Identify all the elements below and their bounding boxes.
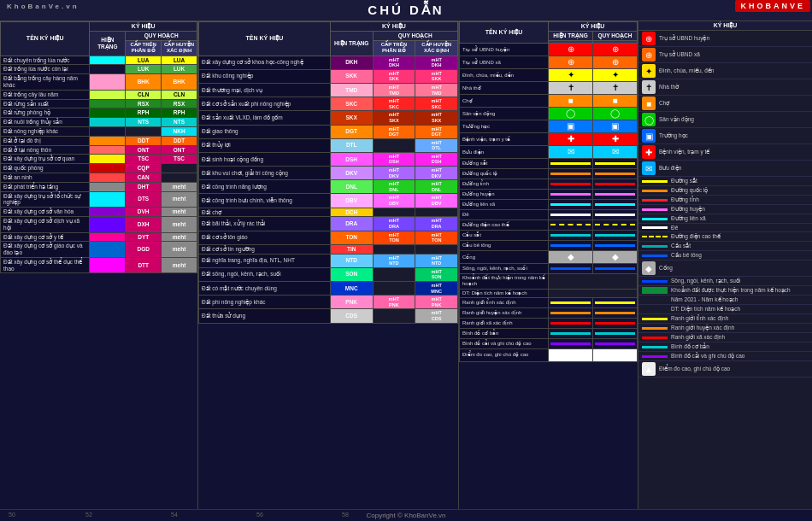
left-ch-cell: TSC xyxy=(162,155,197,164)
left-cp-cell: NTS xyxy=(126,118,162,127)
right-ht-sym: ◯ xyxy=(549,108,593,120)
mid-kyh-header: KÝ HIỆU xyxy=(330,22,457,32)
left-name-cell: Đất rừng sản xuất xyxy=(1,99,90,108)
left-name-cell: Đất ở tại nông thôn xyxy=(1,145,90,155)
mid-name-cell: Đất cơ sở sản xuất phi nông nghiệp xyxy=(199,97,331,111)
left-kyh-header: KÝ HIỆU xyxy=(90,22,197,32)
far-right-item: ▲ Điểm đo cao, ghi chú độ cao xyxy=(638,361,812,378)
left-header-row: TÊN KÝ HIỆU KÝ HIỆU xyxy=(1,22,197,32)
coord-54: 54 xyxy=(171,512,178,518)
mid-ch-cell: mHTSKK xyxy=(415,69,458,83)
far-right-item: ✉ Bưu điện xyxy=(638,161,812,177)
copyright-text: Copyright © KhoBanVe.vn xyxy=(366,512,445,519)
left-ch-cell: meht xyxy=(162,182,197,191)
left-name-cell: Đất an ninh xyxy=(1,173,90,182)
line-sample xyxy=(642,199,668,202)
left-table-row: Đất quốc phòng CQP xyxy=(1,164,197,173)
right-qh-line xyxy=(593,159,638,169)
far-right-label: Đường sắt xyxy=(671,178,809,184)
right-name-cell: Nhà thờ xyxy=(460,82,549,95)
mid-table-row: Đất sông, ngòi, kênh, rạch, suối SON mHT… xyxy=(199,267,458,281)
right-note-cell xyxy=(549,289,638,297)
right-table-row: DT: Diện tích năm kế hoạch xyxy=(460,289,638,297)
mid-table-row: Đất cơ sở sản xuất phi nông nghiệp SKC m… xyxy=(199,97,458,111)
line-sample xyxy=(642,190,668,192)
line-sample xyxy=(642,236,668,238)
mid-cp-cell: mHTSKC xyxy=(373,97,415,111)
far-right-item: Khoảnh đất được thực hiện trong năm kế h… xyxy=(638,286,812,296)
mid-name-cell: Đất sinh hoạt cộng đồng xyxy=(199,152,331,166)
right-qh-line xyxy=(593,241,638,251)
far-right-item: Ranh giới tỉnh xác định xyxy=(638,314,812,324)
mid-ht-cell: DNL xyxy=(330,180,373,194)
quy-hoach-header: QUY HOẠCH xyxy=(126,32,197,41)
line-sample xyxy=(642,280,668,283)
mid-table-row: Đất cơ sở tín ngưỡng TIN xyxy=(199,244,458,254)
mid-table-row: Đất công trình bưu chính, viễn thông DBV… xyxy=(199,194,458,208)
left-table-row: Đất rừng phòng hộ RPH RPH xyxy=(1,108,197,118)
right-name-cell: Cống xyxy=(460,251,549,264)
right-name-cell: Bình đồ cơ bản xyxy=(460,328,549,338)
right-name-cell: Ranh giới xã xác định xyxy=(460,318,549,328)
left-ht-cell xyxy=(90,90,126,99)
left-ht-cell xyxy=(90,232,126,242)
right-ht-line xyxy=(549,159,593,169)
right-name-cell: Đường liên xã xyxy=(460,200,549,210)
mid-cp-cell: mHTTMD xyxy=(373,83,415,97)
right-section: TÊN KÝ HIỆU KÝ HIỆU HIỆN TRẠNG QUY HOẠCH… xyxy=(459,21,638,509)
left-table-row: Đất phát triển hạ tầng DHT meht xyxy=(1,182,197,191)
left-section: TÊN KÝ HIỆU KÝ HIỆU HIỆN TRẠNG QUY HOẠCH… xyxy=(0,21,198,509)
right-ht-line xyxy=(549,328,593,338)
far-right-item: ▣ Trường học xyxy=(638,128,812,144)
logo-badge: KHOBANVE xyxy=(735,0,810,12)
right-name-cell: Bệnh viện, trạm y tế xyxy=(460,133,549,146)
left-ch-cell: meht xyxy=(162,257,197,273)
far-right-label: Sân vận động xyxy=(659,116,809,123)
far-right-item: Bình đồ cơ bản xyxy=(638,342,812,352)
mid-table-row: Đất khu vui chơi, giải trí công cộng DKV… xyxy=(199,167,458,180)
right-qh-line xyxy=(593,190,638,200)
right-qh-line xyxy=(593,220,638,231)
mid-name-cell: Đất sản xuất VLXD, làm đồ gốm xyxy=(199,111,331,125)
left-cp-empty xyxy=(126,126,162,136)
far-right-label: Trụ sở UBND xã xyxy=(659,51,809,58)
left-table-row: Đất xây dựng cơ sở văn hóa DVH meht xyxy=(1,208,197,217)
far-right-label: DT: Diện tích năm kế hoạch xyxy=(671,306,809,313)
mid-ht-cell: SKK xyxy=(330,69,373,83)
far-right-item: Đường tỉnh xyxy=(638,196,812,205)
mid-ch-cell: mHTMNC xyxy=(415,281,458,295)
left-ht-cell xyxy=(90,242,126,258)
right-qh-sym: ⊕ xyxy=(593,56,638,69)
left-ch-cell: DDT xyxy=(162,136,197,145)
mid-name-cell: Đất có mặt nước chuyên dùng xyxy=(199,281,331,295)
right-name-cell: Chợ xyxy=(460,95,549,108)
right-qh-line xyxy=(593,307,638,318)
right-table-row: Đường tỉnh xyxy=(460,179,638,190)
mid-cp-cell: mHTDSH xyxy=(373,152,415,166)
line-sample xyxy=(642,180,668,183)
far-right-label: Cống xyxy=(659,265,809,272)
left-ch-cell: CLN xyxy=(162,90,197,99)
left-ch-cell: meht xyxy=(162,216,197,232)
right-name-cell: Đường huyện xyxy=(460,190,549,200)
far-right-item: Ranh giới xã xác định xyxy=(638,333,812,342)
mid-cp-cell: mHTTON xyxy=(373,231,415,244)
right-name-cell: Đường điện cao thế xyxy=(460,220,549,231)
left-ten-header: TÊN KÝ HIỆU xyxy=(1,22,90,56)
right-qh-sym: ✝ xyxy=(593,82,638,95)
left-ht-cell xyxy=(90,216,126,232)
mid-cp-cell: mHTDNL xyxy=(373,180,415,194)
mid-cp-empty xyxy=(373,138,415,152)
right-table-row: Nhà thờ ✝ ✝ xyxy=(460,82,638,95)
right-header-row: TÊN KÝ HIỆU KÝ HIỆU xyxy=(460,22,638,32)
mid-quy-hoach: QUY HOẠCH xyxy=(373,32,457,41)
far-right-item: Đường sắt xyxy=(638,177,812,186)
right-ht-sym: ▣ xyxy=(549,120,593,133)
mid-table-row: Đất thương mại, dịch vụ TMD mHTTMD mHTTM… xyxy=(199,83,458,97)
mid-ch-cell: mHTDKV xyxy=(415,167,458,180)
left-ch-cell: ONT xyxy=(162,145,197,155)
right-ht-line xyxy=(549,231,593,241)
mid-ch-cell: mHTDKH xyxy=(415,56,458,69)
right-ht-line xyxy=(549,200,593,210)
right-qh-line xyxy=(593,318,638,328)
